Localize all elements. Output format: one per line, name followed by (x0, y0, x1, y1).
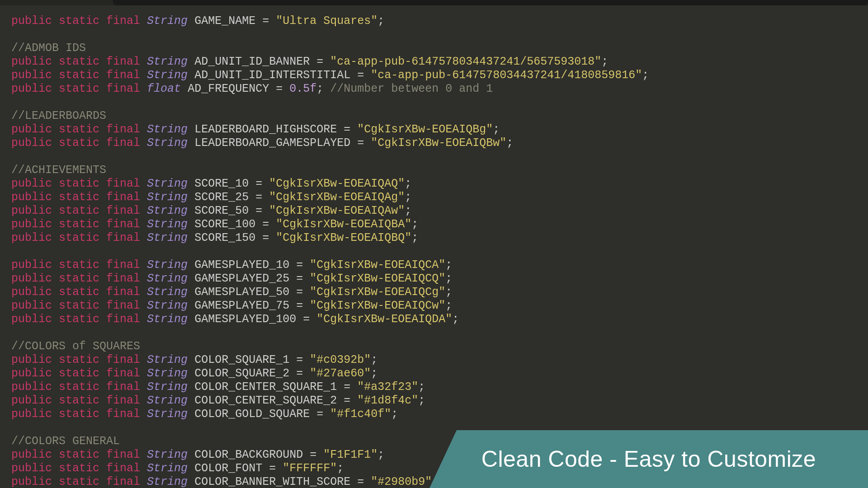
code-line[interactable]: public static final String GAMESPLAYED_2… (11, 272, 868, 286)
code-line[interactable]: public static final String AD_UNIT_ID_IN… (11, 69, 868, 82)
code-line[interactable]: public static final String COLOR_SQUARE_… (11, 353, 868, 367)
code-line[interactable]: public static final String SCORE_10 = "C… (11, 177, 868, 191)
code-line[interactable]: public static final float AD_FREQUENCY =… (11, 82, 868, 96)
code-line[interactable]: public static final String GAMESPLAYED_1… (11, 313, 868, 326)
code-line[interactable]: public static final String GAME_NAME = "… (11, 14, 868, 28)
code-line[interactable]: public static final String LEADERBOARD_H… (11, 123, 868, 136)
code-line[interactable]: public static final String COLOR_CENTER_… (11, 380, 868, 394)
code-line[interactable] (11, 28, 868, 42)
code-line[interactable]: //ACHIEVEMENTS (11, 164, 868, 177)
code-line[interactable]: public static final String GAMESPLAYED_5… (11, 286, 868, 299)
code-line[interactable] (11, 96, 868, 109)
code-line[interactable]: //ADMOB IDS (11, 42, 868, 55)
code-line[interactable]: public static final String COLOR_CENTER_… (11, 394, 868, 408)
code-line[interactable]: public static final String COLOR_SQUARE_… (11, 367, 868, 380)
code-line[interactable]: public static final String SCORE_25 = "C… (11, 191, 868, 204)
promo-overlay: Clean Code - Easy to Customize (429, 430, 868, 488)
code-line[interactable]: public static final String SCORE_150 = "… (11, 231, 868, 245)
tab-shadow (113, 0, 868, 5)
code-line[interactable]: public static final String SCORE_50 = "C… (11, 204, 868, 218)
code-line[interactable]: //LEADERBOARDS (11, 109, 868, 123)
code-line[interactable] (11, 326, 868, 340)
code-line[interactable]: public static final String LEADERBOARD_G… (11, 136, 868, 150)
code-line[interactable]: public static final String GAMESPLAYED_7… (11, 299, 868, 313)
code-editor[interactable]: public static final String GAME_NAME = "… (0, 5, 868, 488)
code-line[interactable] (11, 245, 868, 258)
promo-text: Clean Code - Easy to Customize (481, 452, 816, 466)
code-line[interactable]: public static final String SCORE_100 = "… (11, 218, 868, 231)
code-line[interactable] (11, 150, 868, 164)
code-line[interactable]: public static final String AD_UNIT_ID_BA… (11, 55, 868, 69)
code-line[interactable]: //COLORS of SQUARES (11, 340, 868, 353)
code-line[interactable]: public static final String GAMESPLAYED_1… (11, 258, 868, 272)
code-line[interactable]: public static final String COLOR_GOLD_SQ… (11, 408, 868, 421)
tab-bar (0, 0, 868, 5)
